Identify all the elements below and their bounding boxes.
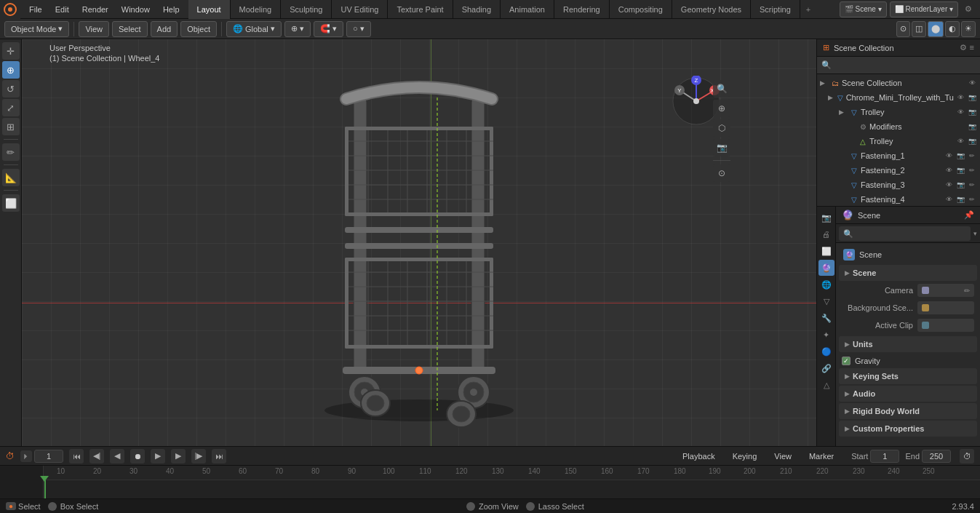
outliner-item-modifiers[interactable]: ⚙ Modifiers 📷 [817, 119, 980, 134]
tab-texture-paint[interactable]: Texture Paint [388, 0, 453, 19]
prop-particles-btn[interactable]: ✦ [818, 327, 834, 343]
tab-modeling[interactable]: Modeling [231, 0, 282, 19]
camera-value[interactable]: ✏ [917, 284, 974, 297]
vis-trolley[interactable]: 👁 [955, 107, 965, 117]
render-fastening-4[interactable]: 📷 [955, 194, 965, 204]
outliner-item-fastening-3[interactable]: ▽ Fastening_3 👁 📷 ✏ [817, 178, 980, 192]
prop-modifier-btn[interactable]: 🔧 [818, 310, 834, 326]
menu-render[interactable]: Render [76, 4, 114, 15]
outliner-item-chrome-mini-trolley[interactable]: ▶ ▽ Chrome_Mini_Trolley_with_Tu 👁 📷 [817, 90, 980, 105]
prop-data-btn[interactable]: △ [818, 377, 834, 393]
extra-fastening-4[interactable]: ✏ [967, 194, 977, 204]
prop-physics-btn[interactable]: 🔵 [818, 343, 834, 359]
record-btn[interactable]: ⏺ [130, 449, 145, 464]
zoom-to-fit-btn[interactable]: 🔍 [713, 80, 730, 98]
prop-render-btn[interactable]: 📷 [818, 210, 834, 226]
scale-tool[interactable]: ⤢ [2, 99, 20, 116]
vis-fastening-3[interactable]: 👁 [944, 180, 954, 190]
timeline-playhead[interactable] [44, 480, 46, 498]
scene-selector[interactable]: 🎬 Scene ▾ [840, 1, 887, 17]
props-search-input[interactable] [839, 226, 971, 241]
timeline-ruler[interactable]: 10 20 30 40 50 60 70 80 90 100 110 120 1… [0, 466, 980, 498]
outliner-item-fastening-2[interactable]: ▽ Fastening_2 👁 📷 ✏ [817, 163, 980, 178]
snap-toggle[interactable]: 🧲 ▾ [314, 21, 343, 37]
frame-selected-btn[interactable]: ⊙ [713, 164, 730, 182]
add-cube-tool[interactable]: ⬜ [2, 194, 20, 212]
xray-toggle[interactable]: ◫ [912, 21, 926, 37]
vis-scene-collection[interactable]: 👁 [967, 78, 977, 88]
next-key-btn[interactable]: |▶ [191, 449, 206, 464]
units-section-header[interactable]: ▶ Units [839, 336, 977, 352]
render-modifiers[interactable]: 📷 [967, 122, 977, 132]
vis-fastening-4[interactable]: 👁 [944, 194, 954, 204]
tab-shading[interactable]: Shading [453, 0, 501, 19]
tab-layout[interactable]: Layout [188, 0, 231, 19]
end-frame-input[interactable] [922, 450, 951, 463]
play-btn[interactable]: ▶ [151, 449, 165, 464]
tab-rendering[interactable]: Rendering [554, 0, 610, 19]
outliner-item-trolley[interactable]: ▶ ▽ Trolley 👁 📷 [817, 105, 980, 119]
render-trolley[interactable]: 📷 [967, 107, 977, 117]
add-menu[interactable]: Add [151, 21, 178, 37]
transform-tool[interactable]: ⊞ [2, 118, 20, 135]
render-fastening-3[interactable]: 📷 [955, 180, 965, 190]
tab-compositing[interactable]: Compositing [610, 0, 672, 19]
object-menu[interactable]: Object [180, 21, 217, 37]
tab-sculpting[interactable]: Sculpting [281, 0, 332, 19]
camera-view-btn[interactable]: 📷 [713, 139, 730, 156]
tab-geometry-nodes[interactable]: Geometry Nodes [672, 0, 751, 19]
render-fastening-2[interactable]: 📷 [955, 165, 965, 175]
start-frame-input[interactable] [870, 450, 899, 463]
vis-fastening-2[interactable]: 👁 [944, 165, 954, 175]
vis-fastening-1[interactable]: 👁 [944, 151, 954, 161]
tab-animation[interactable]: Animation [501, 0, 554, 19]
scene-section-header[interactable]: ▶ Scene [839, 265, 977, 281]
prop-scene-btn[interactable]: 🔮 [818, 260, 834, 276]
prev-frame-btn[interactable]: ◀ [110, 449, 124, 464]
camera-edit-icon[interactable]: ✏ [964, 287, 970, 295]
view-menu[interactable]: View [79, 21, 109, 37]
move-tool[interactable]: ⊕ [2, 61, 20, 79]
shading-solid[interactable]: ⬤ [928, 21, 944, 37]
shading-render[interactable]: ☀ [961, 21, 976, 37]
shading-material[interactable]: ◐ [945, 21, 960, 37]
measure-tool[interactable]: 📐 [2, 169, 20, 186]
extra-fastening-3[interactable]: ✏ [967, 180, 977, 190]
keying-sets-section-header[interactable]: ▶ Keying Sets [839, 368, 977, 384]
local-view-btn[interactable]: ⬡ [713, 119, 730, 137]
outliner-item-trolley-mesh[interactable]: △ Trolley 👁 📷 [817, 134, 980, 148]
render-chrome-mini-trolley[interactable]: 📷 [967, 92, 977, 103]
overlay-toggle[interactable]: ⊙ [896, 21, 910, 37]
menu-file[interactable]: File [23, 4, 48, 15]
tab-uv-editing[interactable]: UV Editing [332, 0, 388, 19]
jump-end-btn[interactable]: ⏭ [212, 449, 226, 464]
keying-menu[interactable]: Keying [727, 450, 763, 462]
proportional-edit[interactable]: ○ ▾ [346, 21, 371, 37]
prev-key-btn[interactable]: ◀| [89, 449, 104, 464]
view-all-btn[interactable]: ⊕ [713, 100, 730, 117]
outliner-item-fastening-1[interactable]: ▽ Fastening_1 👁 📷 ✏ [817, 148, 980, 163]
add-workspace-button[interactable]: + [800, 0, 816, 19]
transform-pivot[interactable]: ⊕ ▾ [284, 21, 311, 37]
next-frame-btn[interactable]: ▶ [171, 449, 186, 464]
vis-chrome-mini-trolley[interactable]: 👁 [955, 92, 965, 103]
bg-scene-value[interactable] [917, 301, 974, 314]
rigid-body-world-header[interactable]: ▶ Rigid Body World [839, 403, 977, 419]
prop-world-btn[interactable]: 🌐 [818, 277, 834, 293]
marker-menu[interactable]: Marker [803, 450, 840, 462]
outliner-filter-icon[interactable]: ⚙ [960, 43, 967, 52]
select-menu[interactable]: Select [112, 21, 148, 37]
prop-output-btn[interactable]: 🖨 [818, 226, 834, 242]
menu-help[interactable]: Help [157, 4, 186, 15]
outliner-item-scene-collection[interactable]: ▶ 🗂 Scene Collection 👁 [817, 76, 980, 90]
view-menu-timeline[interactable]: View [768, 450, 797, 462]
jump-start-btn[interactable]: ⏮ [69, 449, 84, 464]
cursor-tool[interactable]: ✛ [2, 42, 20, 60]
audio-section-header[interactable]: ▶ Audio [839, 386, 977, 402]
extra-fastening-1[interactable]: ✏ [967, 151, 977, 161]
current-frame-input[interactable] [34, 450, 63, 463]
prop-object-btn[interactable]: ▽ [818, 293, 834, 309]
vis-trolley-mesh[interactable]: 👁 [955, 136, 965, 146]
outliner-search-input[interactable] [834, 61, 976, 70]
prop-constraints-btn[interactable]: 🔗 [818, 360, 834, 376]
